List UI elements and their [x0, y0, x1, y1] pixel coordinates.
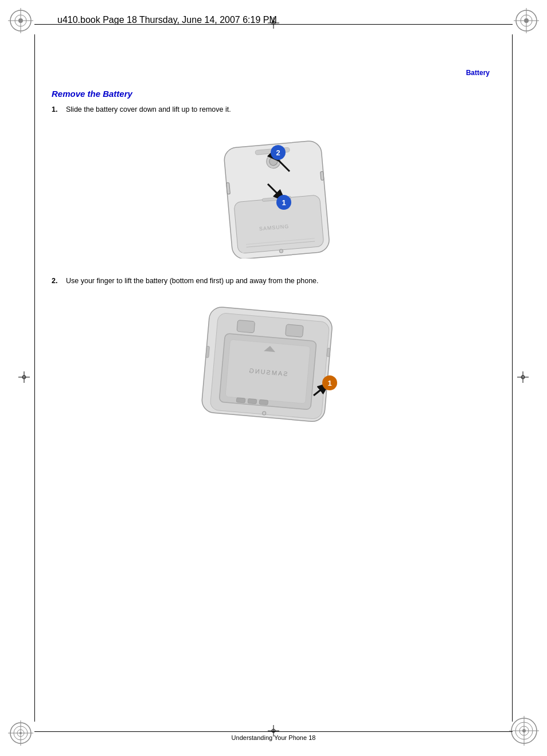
svg-rect-41 — [226, 182, 230, 194]
right-rule — [512, 34, 513, 722]
svg-rect-66 — [327, 348, 330, 357]
svg-rect-60 — [248, 398, 257, 404]
phone-image-2: SAMSUNG — [187, 298, 360, 430]
main-content: Remove the Battery 1. Slide the battery … — [52, 89, 495, 447]
corner-mark-tl — [8, 8, 33, 36]
step-2-number: 2. — [52, 276, 66, 287]
step-2-text: Use your finger to lift the battery (bot… — [66, 276, 495, 287]
svg-point-67 — [262, 411, 266, 415]
section-label: Battery — [466, 69, 490, 77]
image-1-container: SAMSUNG — [52, 127, 495, 258]
svg-rect-63 — [286, 324, 304, 337]
phone-svg-2: SAMSUNG — [187, 298, 371, 441]
svg-text:1: 1 — [327, 379, 331, 387]
corner-mark-br — [509, 716, 539, 748]
corner-mark-tr — [514, 8, 539, 36]
svg-rect-42 — [321, 171, 324, 180]
svg-rect-62 — [237, 320, 255, 333]
left-rule — [34, 34, 35, 722]
svg-rect-59 — [236, 397, 245, 402]
right-crosshair — [517, 371, 529, 385]
step-1: 1. Slide the battery cover down and lift… — [52, 104, 495, 115]
svg-point-45 — [279, 249, 283, 253]
footer-text: Understanding Your Phone 18 — [232, 734, 316, 741]
step-1-number: 1. — [52, 104, 66, 115]
top-crosshair — [268, 17, 279, 31]
corner-mark-bl — [8, 720, 33, 748]
svg-rect-61 — [259, 399, 268, 405]
header-file-info: u410.book Page 18 Thursday, June 14, 200… — [57, 15, 277, 25]
phone-svg-1: SAMSUNG — [193, 127, 354, 258]
svg-text:2: 2 — [276, 148, 280, 157]
image-2-container: SAMSUNG — [52, 298, 495, 430]
left-crosshair — [18, 371, 30, 385]
step-2: 2. Use your finger to lift the battery (… — [52, 276, 495, 287]
phone-image-1: SAMSUNG — [193, 127, 354, 258]
section-title: Remove the Battery — [52, 89, 495, 99]
step-1-text: Slide the battery cover down and lift up… — [66, 104, 495, 115]
svg-text:1: 1 — [282, 198, 286, 207]
